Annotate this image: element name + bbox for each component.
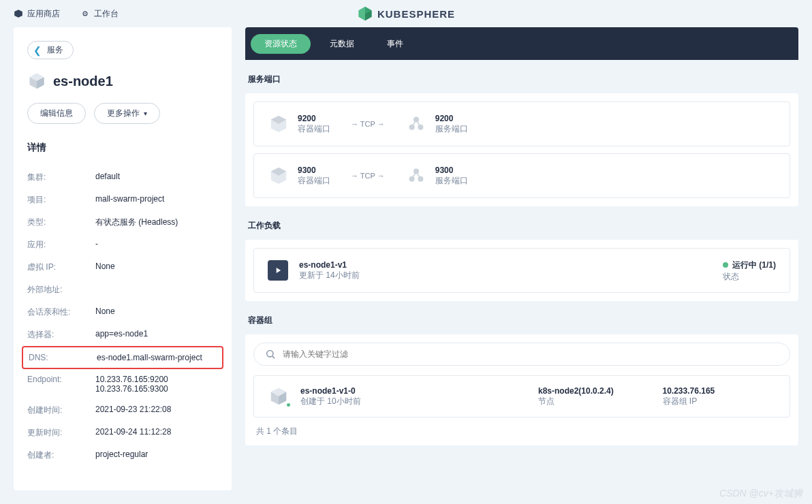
detail-project-label: 项目: bbox=[27, 194, 95, 206]
tab-resource-status[interactable]: 资源状态 bbox=[251, 34, 311, 54]
details-heading: 详情 bbox=[27, 142, 218, 154]
pod-search-row bbox=[253, 343, 790, 366]
tab-metadata[interactable]: 元数据 bbox=[316, 34, 368, 54]
detail-selector-label: 选择器: bbox=[27, 329, 95, 341]
detail-affinity-label: 会话亲和性: bbox=[27, 306, 95, 318]
pod-node: k8s-node2(10.0.2.4) bbox=[538, 386, 652, 396]
store-icon bbox=[14, 9, 23, 18]
detail-cluster-label: 集群: bbox=[27, 172, 95, 183]
brand-text: KUBESPHERE bbox=[377, 8, 455, 20]
container-port-icon bbox=[268, 165, 290, 187]
pod-node-label: 节点 bbox=[538, 396, 652, 407]
detail-type-value: 有状态服务 (Headless) bbox=[95, 217, 178, 228]
kubesphere-icon bbox=[357, 5, 373, 22]
page-title: es-node1 bbox=[53, 74, 113, 89]
detail-vip-value: None bbox=[95, 262, 115, 273]
svg-line-23 bbox=[272, 356, 275, 358]
svg-point-10 bbox=[409, 125, 414, 130]
tabs-bar: 资源状态 元数据 事件 bbox=[245, 27, 798, 60]
main-panel: 资源状态 元数据 事件 服务端口 9200容器端口 → TCP → 9200服务… bbox=[245, 27, 798, 490]
detail-created-value: 2021-09-23 21:22:08 bbox=[95, 405, 171, 416]
pod-icon bbox=[268, 385, 290, 407]
detail-endpoint-value: 10.233.76.165:920010.233.76.165:9300 bbox=[95, 375, 168, 394]
protocol-arrow: → TCP → bbox=[351, 120, 385, 128]
tab-events[interactable]: 事件 bbox=[373, 34, 417, 54]
service-port-icon bbox=[405, 113, 427, 135]
detail-dns-label: DNS: bbox=[29, 353, 97, 362]
svg-point-18 bbox=[418, 176, 423, 182]
detail-selector-value: app=es-node1 bbox=[95, 329, 148, 341]
nav-store-label: 应用商店 bbox=[27, 8, 60, 20]
detail-creator-label: 创建者: bbox=[27, 450, 95, 461]
detail-updated-label: 更新时间: bbox=[27, 427, 95, 439]
pod-row[interactable]: es-node1-v1-0 创建于 10小时前 k8s-node2(10.0.2… bbox=[253, 375, 790, 418]
chevron-left-icon: ❮ bbox=[33, 46, 42, 55]
caret-down-icon: ▾ bbox=[144, 110, 147, 117]
service-port-icon bbox=[405, 165, 427, 187]
service-icon bbox=[27, 72, 46, 91]
port-row: 9200容器端口 → TCP → 9200服务端口 bbox=[253, 101, 790, 146]
running-dot-icon bbox=[285, 402, 292, 408]
detail-app-value: - bbox=[95, 239, 98, 251]
detail-updated-value: 2021-09-24 11:12:28 bbox=[95, 427, 171, 439]
pods-card: es-node1-v1-0 创建于 10小时前 k8s-node2(10.0.2… bbox=[245, 334, 798, 445]
workload-status-label: 状态 bbox=[723, 271, 776, 283]
protocol-arrow: → TCP → bbox=[351, 172, 385, 180]
section-workload: 工作负载 bbox=[245, 220, 798, 232]
detail-creator-value: project-regular bbox=[95, 450, 148, 461]
detail-vip-label: 虚拟 IP: bbox=[27, 262, 95, 273]
nav-workbench[interactable]: 工作台 bbox=[80, 8, 119, 20]
workload-status: 运行中 (1/1) bbox=[732, 260, 776, 270]
pod-created: 创建于 10小时前 bbox=[300, 396, 527, 407]
port-row: 9300容器端口 → TCP → 9300服务端口 bbox=[253, 153, 790, 198]
workload-name: es-node1-v1 bbox=[299, 260, 360, 270]
nav-workbench-label: 工作台 bbox=[94, 8, 119, 20]
edit-info-button[interactable]: 编辑信息 bbox=[27, 103, 86, 124]
detail-app-label: 应用: bbox=[27, 239, 95, 251]
detail-endpoint-label: Endpoint: bbox=[27, 375, 95, 394]
svg-point-22 bbox=[267, 351, 273, 357]
statefulset-icon bbox=[268, 260, 288, 281]
status-dot-icon bbox=[723, 262, 728, 268]
back-to-services[interactable]: ❮ 服务 bbox=[27, 41, 74, 59]
detail-sidebar: ❮ 服务 es-node1 编辑信息 更多操作 ▾ 详情 集群:default … bbox=[14, 27, 232, 490]
nav-app-store[interactable]: 应用商店 bbox=[14, 8, 60, 20]
pod-search-input[interactable] bbox=[283, 349, 779, 359]
svg-point-1 bbox=[84, 13, 86, 14]
svg-point-11 bbox=[418, 125, 423, 130]
workload-row[interactable]: es-node1-v1 更新于 14小时前 运行中 (1/1) 状态 bbox=[253, 248, 790, 293]
detail-dns-highlight: DNS:es-node1.mall-swarm-project bbox=[22, 346, 223, 369]
container-port-icon bbox=[268, 113, 290, 135]
pod-name: es-node1-v1-0 bbox=[300, 386, 527, 396]
detail-ext-label: 外部地址: bbox=[27, 284, 95, 296]
service-ports-card: 9200容器端口 → TCP → 9200服务端口 9300容器端口 → TCP… bbox=[245, 93, 798, 206]
detail-created-label: 创建时间: bbox=[27, 405, 95, 416]
section-service-ports: 服务端口 bbox=[245, 74, 798, 85]
pod-ip: 10.233.76.165 bbox=[663, 386, 777, 396]
top-bar: 应用商店 工作台 KUBESPHERE bbox=[0, 0, 812, 27]
pod-count-footer: 共 1 个条目 bbox=[253, 418, 790, 437]
workload-updated: 更新于 14小时前 bbox=[299, 270, 360, 281]
detail-cluster-value: default bbox=[95, 172, 120, 183]
section-pods: 容器组 bbox=[245, 315, 798, 326]
back-label: 服务 bbox=[47, 44, 63, 56]
svg-point-17 bbox=[409, 176, 414, 182]
detail-project-value: mall-swarm-project bbox=[95, 194, 164, 206]
more-actions-button[interactable]: 更多操作 ▾ bbox=[94, 103, 160, 124]
detail-affinity-value: None bbox=[95, 306, 115, 318]
pod-ip-label: 容器组 IP bbox=[663, 396, 777, 407]
search-icon bbox=[265, 349, 276, 360]
workbench-icon bbox=[80, 9, 90, 18]
brand-logo[interactable]: KUBESPHERE bbox=[357, 5, 455, 22]
detail-dns-value: es-node1.mall-swarm-project bbox=[97, 353, 202, 362]
detail-type-label: 类型: bbox=[27, 217, 95, 228]
workload-card: es-node1-v1 更新于 14小时前 运行中 (1/1) 状态 bbox=[245, 240, 798, 301]
